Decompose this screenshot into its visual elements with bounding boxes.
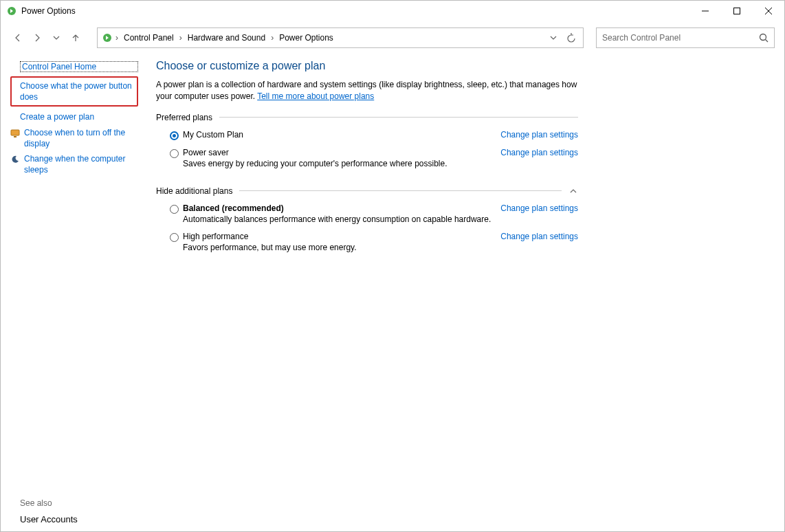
change-plan-settings-link[interactable]: Change plan settings <box>500 130 578 140</box>
svg-line-7 <box>766 40 769 43</box>
maximize-button[interactable] <box>721 1 753 21</box>
plan-name[interactable]: Balanced (recommended) <box>183 203 492 213</box>
svg-rect-9 <box>14 136 16 137</box>
change-plan-settings-link[interactable]: Change plan settings <box>500 148 578 157</box>
sidebar-link-display-off[interactable]: Choose when to turn off the display <box>10 125 138 151</box>
search-icon <box>759 33 769 43</box>
plan-radio[interactable] <box>170 205 179 214</box>
sidebar-link-label: Choose what the power button does <box>20 80 133 102</box>
breadcrumb-item[interactable]: Hardware and Sound <box>185 32 268 44</box>
plan-radio[interactable] <box>170 233 179 242</box>
plan-radio[interactable] <box>170 149 179 158</box>
plan-radio[interactable] <box>170 131 179 140</box>
intro-link[interactable]: Tell me more about power plans <box>257 91 374 101</box>
breadcrumb-item[interactable]: Control Panel <box>121 32 177 44</box>
back-button[interactable] <box>10 30 25 45</box>
plan-balanced: Balanced (recommended) Automatically bal… <box>156 201 578 230</box>
plan-desc: Saves energy by reducing your computer's… <box>183 159 492 168</box>
up-button[interactable] <box>68 30 83 45</box>
section-hidden[interactable]: Hide additional plans <box>156 186 578 196</box>
plan-my-custom: My Custom Plan Change plan settings <box>156 128 578 146</box>
window-title: Power Options <box>21 6 689 16</box>
plan-name[interactable]: Power saver <box>183 148 492 157</box>
recent-dropdown[interactable] <box>49 30 64 45</box>
plan-desc: Automatically balances performance with … <box>183 214 492 224</box>
plan-name[interactable]: High performance <box>183 232 492 241</box>
see-also-label: See also <box>20 498 52 508</box>
section-label: Hide additional plans <box>156 186 232 196</box>
search-input[interactable]: Search Control Panel <box>596 27 775 48</box>
main-content: ? Choose or customize a power plan A pow… <box>145 56 784 531</box>
location-icon <box>102 32 113 43</box>
minimize-button[interactable] <box>689 1 721 21</box>
close-button[interactable] <box>753 1 784 21</box>
chevron-right-icon: › <box>271 33 274 43</box>
svg-rect-8 <box>11 130 19 135</box>
sidebar-link-create-plan[interactable]: Create a power plan <box>10 109 138 124</box>
address-bar[interactable]: › Control Panel › Hardware and Sound › P… <box>97 27 584 48</box>
svg-rect-2 <box>734 8 740 14</box>
plan-power-saver: Power saver Saves energy by reducing you… <box>156 146 578 174</box>
address-dropdown[interactable] <box>546 30 561 45</box>
search-placeholder: Search Control Panel <box>602 33 759 43</box>
plan-desc: Favors performance, but may use more ene… <box>183 243 492 252</box>
chevron-right-icon: › <box>115 33 118 43</box>
change-plan-settings-link[interactable]: Change plan settings <box>500 203 578 213</box>
nav-bar: › Control Panel › Hardware and Sound › P… <box>1 27 784 49</box>
intro-text: A power plan is a collection of hardware… <box>156 79 578 103</box>
plan-high-performance: High performance Favors performance, but… <box>156 230 578 258</box>
window-controls <box>689 1 784 21</box>
section-preferred: Preferred plans <box>156 113 578 122</box>
chevron-up-icon <box>568 186 578 196</box>
sidebar-link-label: Change when the computer sleeps <box>24 153 138 175</box>
forward-button[interactable] <box>30 30 45 45</box>
title-bar: Power Options <box>1 1 784 21</box>
control-panel-home-link[interactable]: Control Panel Home <box>20 61 138 72</box>
change-plan-settings-link[interactable]: Change plan settings <box>500 232 578 241</box>
moon-icon <box>10 155 20 175</box>
display-icon <box>10 129 20 149</box>
sidebar: Control Panel Home Choose what the power… <box>1 56 145 531</box>
plan-name[interactable]: My Custom Plan <box>183 130 492 140</box>
app-icon <box>6 5 17 16</box>
svg-point-6 <box>760 34 766 41</box>
sidebar-link-sleep[interactable]: Change when the computer sleeps <box>10 151 138 177</box>
sidebar-link-label: Create a power plan <box>20 111 138 122</box>
page-title: Choose or customize a power plan <box>156 60 578 72</box>
section-label: Preferred plans <box>156 113 212 122</box>
see-also-user-accounts[interactable]: User Accounts <box>20 514 78 524</box>
chevron-right-icon: › <box>179 33 182 43</box>
breadcrumb-item[interactable]: Power Options <box>276 32 336 44</box>
sidebar-link-power-button[interactable]: Choose what the power button does <box>10 76 138 107</box>
sidebar-link-label: Choose when to turn off the display <box>24 127 138 149</box>
refresh-button[interactable] <box>564 30 579 45</box>
